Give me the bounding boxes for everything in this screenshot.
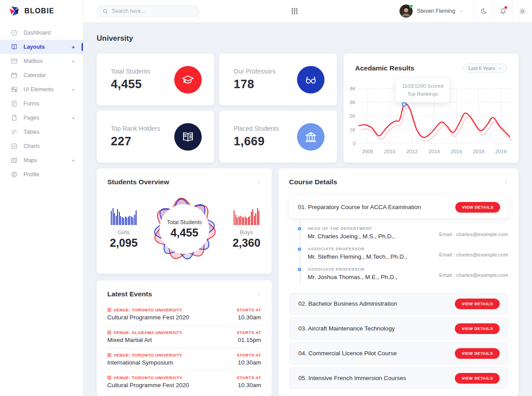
topbar: Steven Fleming — [83, 0, 532, 22]
sidebar-item-dashboard[interactable]: Dashboard — [0, 26, 83, 40]
stat-value: 227 — [111, 135, 160, 148]
view-details-button[interactable]: VIEW DETAILS — [455, 373, 500, 384]
file-text-icon — [11, 100, 18, 107]
sidebar-item-maps[interactable]: Maps+ — [0, 153, 83, 167]
sidebar-item-charts[interactable]: Charts — [0, 139, 83, 153]
stat-card-placed-students: Placed Students1,669 — [219, 111, 337, 163]
sidebar-item-label: UI Elements — [23, 86, 54, 93]
svg-text:2012: 2012 — [406, 149, 418, 154]
event-title: Cultural Programme Fest 2020 — [107, 382, 189, 388]
view-details-button[interactable]: VIEW DETAILS — [455, 202, 500, 213]
glasses-icon — [304, 73, 317, 86]
sidebar-item-label: Forms — [23, 101, 39, 107]
avatar — [399, 4, 413, 18]
course-name: 05. Intensive French Immersion Courses — [298, 375, 406, 381]
students-overview-card: Students Overview Girls 2,095 Total Stud… — [97, 168, 272, 274]
timeline-dot — [298, 268, 301, 271]
event-venue: VENUE: TORONTO UNIVERSITY — [113, 375, 182, 380]
expand-icon[interactable]: + — [71, 115, 75, 121]
event-title: Cultural Programme Fest 2020 — [107, 314, 189, 321]
professor-role: HEAD OF THE DEPARTMENT — [308, 226, 508, 231]
event-time: 01.15pm — [238, 337, 261, 343]
gear-icon — [519, 8, 526, 15]
expand-icon[interactable]: + — [71, 58, 75, 65]
sidebar-item-label: Tables — [23, 129, 39, 135]
timeline-dot — [298, 248, 301, 251]
professor-email: Email : charles@example.com — [439, 232, 508, 237]
boys-label: Boys — [227, 229, 266, 236]
event-item: VENUE: TORONTO UNIVERSITYSTARTS AT Inter… — [107, 349, 261, 371]
kebab-menu-icon[interactable] — [256, 291, 262, 298]
sidebar-item-forms[interactable]: Forms — [0, 97, 83, 111]
sidebar-item-label: Mailbox — [23, 58, 43, 64]
sidebar-item-tables[interactable]: Tables — [0, 125, 83, 139]
rows-icon — [11, 128, 18, 136]
sidebar-item-mailbox[interactable]: Mailbox+ — [0, 54, 83, 68]
event-item: VENUE: TORONTO UNIVERSITYSTARTS AT Cultu… — [107, 371, 261, 394]
total-students-label: Total Students — [167, 219, 202, 225]
chart-filter-dropdown[interactable]: Last 6 Years — [463, 63, 507, 73]
search-input[interactable] — [112, 8, 187, 14]
chevron-down-icon — [498, 66, 502, 70]
svg-text:3K: 3K — [350, 100, 356, 105]
expand-icon[interactable]: + — [71, 44, 75, 50]
search-bar[interactable] — [97, 5, 200, 17]
dark-mode-button[interactable] — [473, 0, 493, 22]
course-name: 01. Preparatory Course for ACCA Examinat… — [298, 204, 421, 210]
svg-text:2014: 2014 — [429, 149, 440, 154]
sidebar-item-label: Dashboard — [23, 30, 51, 36]
view-details-button[interactable]: VIEW DETAILS — [455, 348, 500, 359]
stat-card-our-professors: Our Professors178 — [219, 54, 337, 105]
chart-title: Acedamic Results — [355, 64, 415, 72]
view-details-button[interactable]: VIEW DETAILS — [455, 299, 500, 309]
event-time: 10.30am — [238, 382, 261, 388]
event-title: International Symposium — [107, 359, 173, 366]
toggles-icon — [11, 86, 18, 93]
timeline-dot — [298, 227, 301, 230]
svg-text:1K: 1K — [350, 127, 356, 132]
sidebar-item-ui-elements[interactable]: UI Elements+ — [0, 82, 83, 97]
girls-stat: Girls 2,095 — [104, 208, 144, 249]
professor-email: Email : charles@example.com — [439, 272, 508, 278]
stat-icon-circle — [297, 66, 325, 93]
page-icon — [11, 114, 18, 121]
event-venue: VENUE: ALABAMA UNIVERSITY — [113, 330, 183, 335]
event-title: Mixed Martial Art — [107, 337, 152, 343]
course-details-card: Course Details 01. Preparatory Course fo… — [278, 168, 519, 396]
view-details-button[interactable]: VIEW DETAILS — [455, 323, 500, 334]
sidebar-item-profile[interactable]: Profile — [0, 167, 83, 182]
professor-item: ASSOCIATE PROFESSOR Mr. Joshua Thomas., … — [289, 267, 508, 280]
boys-mini-bar-chart — [227, 208, 266, 225]
brand-logo[interactable]: BLOBIE — [0, 0, 83, 22]
course-row: 02. Bachelor Business AdministrationVIEW… — [289, 293, 508, 314]
sidebar-item-label: Calendar — [23, 72, 46, 78]
user-menu[interactable]: Steven Fleming — [390, 4, 473, 18]
course-details-title: Course Details — [289, 178, 337, 186]
sidebar-item-pages[interactable]: Pages+ — [0, 111, 83, 125]
apps-grid-icon[interactable] — [292, 8, 298, 14]
expand-icon[interactable]: + — [71, 157, 75, 164]
stat-card-top-rank-holders: Top Rank Holders227 — [97, 111, 214, 163]
kebab-menu-icon[interactable] — [256, 179, 262, 186]
sidebar-item-layouts[interactable]: Layouts+ — [0, 40, 83, 54]
girls-value: 2,095 — [104, 237, 144, 249]
expand-icon[interactable]: + — [71, 86, 75, 93]
online-status-dot — [410, 4, 413, 8]
professor-role: ASSOCIATE PROFESSOR — [308, 246, 508, 251]
starts-at-label: STARTS AT — [237, 330, 261, 335]
mail-icon — [11, 58, 18, 65]
kebab-menu-icon[interactable] — [503, 179, 509, 186]
course-row-featured: 01. Preparatory Course for ACCA Examinat… — [289, 196, 508, 218]
stat-card-total-students: Total Students4,455 — [97, 54, 214, 105]
blobie-logo-icon — [9, 5, 20, 17]
svg-text:2K: 2K — [350, 113, 356, 119]
svg-text:4K: 4K — [350, 86, 356, 91]
chart-filter-label: Last 6 Years — [468, 66, 495, 71]
starts-at-label: STARTS AT — [237, 375, 261, 380]
stat-label: Our Professors — [234, 68, 275, 75]
notifications-button[interactable] — [493, 0, 512, 22]
girls-mini-bar-chart — [104, 208, 144, 225]
venue-icon — [107, 376, 111, 380]
sidebar-item-calendar[interactable]: Calendar — [0, 68, 83, 82]
settings-button[interactable] — [512, 0, 532, 22]
